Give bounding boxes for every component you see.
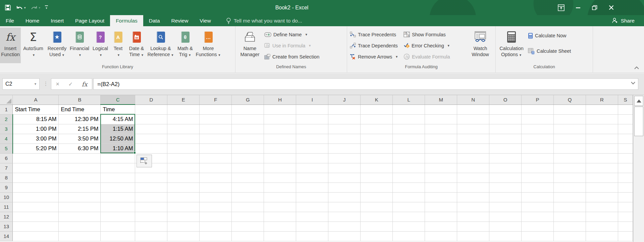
collapse-ribbon-button[interactable] bbox=[632, 65, 641, 71]
cell-N2[interactable] bbox=[457, 114, 489, 124]
cell-N8[interactable] bbox=[457, 173, 489, 183]
cell-M3[interactable] bbox=[425, 124, 457, 134]
cell-J2[interactable] bbox=[328, 114, 361, 124]
cell-J8[interactable] bbox=[328, 173, 361, 183]
undo-dropdown-icon[interactable]: ▾ bbox=[24, 6, 26, 9]
cell-C12[interactable] bbox=[101, 212, 135, 221]
cell-M12[interactable] bbox=[425, 212, 457, 221]
cell-G8[interactable] bbox=[232, 173, 264, 183]
cell-G12[interactable] bbox=[232, 212, 264, 221]
column-header-C[interactable]: C bbox=[101, 95, 135, 105]
row-header-7[interactable]: 7 bbox=[0, 163, 13, 173]
cell-P9[interactable] bbox=[522, 183, 554, 192]
row-header-8[interactable]: 8 bbox=[0, 173, 13, 183]
cell-K9[interactable] bbox=[361, 183, 393, 192]
cell-L8[interactable] bbox=[393, 173, 425, 183]
cell-F14[interactable] bbox=[200, 231, 232, 241]
cell-C10[interactable] bbox=[101, 192, 135, 202]
cell-I3[interactable] bbox=[296, 124, 328, 134]
cell-M7[interactable] bbox=[425, 163, 457, 173]
cell-G11[interactable] bbox=[232, 202, 264, 212]
cell-S4[interactable] bbox=[618, 134, 633, 144]
cell-R2[interactable] bbox=[586, 114, 618, 124]
cell-F6[interactable] bbox=[200, 153, 232, 163]
cell-R11[interactable] bbox=[586, 202, 618, 212]
cell-L5[interactable] bbox=[393, 144, 425, 153]
insert-function-small-icon[interactable]: fx bbox=[82, 81, 88, 88]
column-header-R[interactable]: R bbox=[586, 95, 618, 105]
cell-M11[interactable] bbox=[425, 202, 457, 212]
logical-button[interactable]: ? Logical▼ bbox=[91, 28, 110, 63]
insert-function-button[interactable]: fx Insert Function bbox=[0, 28, 21, 63]
column-header-S[interactable]: S bbox=[618, 95, 633, 105]
cell-A7[interactable] bbox=[13, 163, 59, 173]
cell-K11[interactable] bbox=[361, 202, 393, 212]
text-button[interactable]: A Text▼ bbox=[110, 28, 126, 63]
cell-H1[interactable] bbox=[264, 105, 296, 114]
enter-icon[interactable]: ✓ bbox=[68, 81, 73, 87]
cell-P7[interactable] bbox=[522, 163, 554, 173]
cell-E1[interactable] bbox=[167, 105, 200, 114]
cell-J14[interactable] bbox=[328, 231, 361, 241]
cell-I1[interactable] bbox=[296, 105, 328, 114]
cell-S11[interactable] bbox=[618, 202, 633, 212]
cell-K2[interactable] bbox=[361, 114, 393, 124]
cell-N7[interactable] bbox=[457, 163, 489, 173]
row-header-1[interactable]: 1 bbox=[0, 105, 13, 114]
calculate-sheet-button[interactable]: Calculate Sheet bbox=[527, 44, 572, 58]
cell-A8[interactable] bbox=[13, 173, 59, 183]
cell-G9[interactable] bbox=[232, 183, 264, 192]
cell-C2[interactable]: 4:15 AM bbox=[101, 114, 135, 124]
cell-C5[interactable]: 1:10 AM bbox=[101, 144, 135, 153]
cell-D5[interactable] bbox=[135, 144, 167, 153]
cell-D12[interactable] bbox=[135, 212, 167, 221]
cell-H8[interactable] bbox=[264, 173, 296, 183]
scroll-up-button[interactable] bbox=[634, 96, 643, 106]
minimize-button[interactable] bbox=[576, 5, 581, 10]
formula-bar-expand-icon[interactable] bbox=[631, 82, 635, 84]
cell-E4[interactable] bbox=[167, 134, 200, 144]
cell-S7[interactable] bbox=[618, 163, 633, 173]
cell-N12[interactable] bbox=[457, 212, 489, 221]
tab-page-layout[interactable]: Page Layout bbox=[69, 15, 110, 26]
cell-G13[interactable] bbox=[232, 221, 264, 231]
cell-M2[interactable] bbox=[425, 114, 457, 124]
cell-O10[interactable] bbox=[489, 192, 522, 202]
cell-H7[interactable] bbox=[264, 163, 296, 173]
cell-R5[interactable] bbox=[586, 144, 618, 153]
cell-F13[interactable] bbox=[200, 221, 232, 231]
column-header-F[interactable]: F bbox=[200, 95, 232, 105]
column-header-D[interactable]: D bbox=[135, 95, 167, 105]
cell-P12[interactable] bbox=[522, 212, 554, 221]
row-header-9[interactable]: 9 bbox=[0, 183, 13, 192]
cell-F10[interactable] bbox=[200, 192, 232, 202]
cell-D2[interactable] bbox=[135, 114, 167, 124]
cell-E7[interactable] bbox=[167, 163, 200, 173]
cell-O14[interactable] bbox=[489, 231, 522, 241]
financial-button[interactable]: Financial▼ bbox=[68, 28, 91, 63]
vertical-scrollbar[interactable] bbox=[633, 95, 644, 242]
cell-Q5[interactable] bbox=[554, 144, 586, 153]
cell-A5[interactable]: 5:20 PM bbox=[13, 144, 59, 153]
cell-D9[interactable] bbox=[135, 183, 167, 192]
cell-Q3[interactable] bbox=[554, 124, 586, 134]
cell-R3[interactable] bbox=[586, 124, 618, 134]
cell-A3[interactable]: 1:00 PM bbox=[13, 124, 59, 134]
cell-R12[interactable] bbox=[586, 212, 618, 221]
cell-R13[interactable] bbox=[586, 221, 618, 231]
formula-input[interactable]: =(B2-A2) bbox=[93, 78, 638, 90]
cell-C8[interactable] bbox=[101, 173, 135, 183]
cell-L2[interactable] bbox=[393, 114, 425, 124]
cell-A1[interactable]: Start Time bbox=[13, 105, 59, 114]
cell-D3[interactable] bbox=[135, 124, 167, 134]
row-header-12[interactable]: 12 bbox=[0, 212, 13, 221]
cell-L11[interactable] bbox=[393, 202, 425, 212]
cell-G3[interactable] bbox=[232, 124, 264, 134]
cell-S6[interactable] bbox=[618, 153, 633, 163]
cell-D10[interactable] bbox=[135, 192, 167, 202]
cell-O6[interactable] bbox=[489, 153, 522, 163]
cell-M4[interactable] bbox=[425, 134, 457, 144]
cell-F4[interactable] bbox=[200, 134, 232, 144]
cell-I7[interactable] bbox=[296, 163, 328, 173]
ribbon-display-options-button[interactable] bbox=[558, 4, 565, 11]
